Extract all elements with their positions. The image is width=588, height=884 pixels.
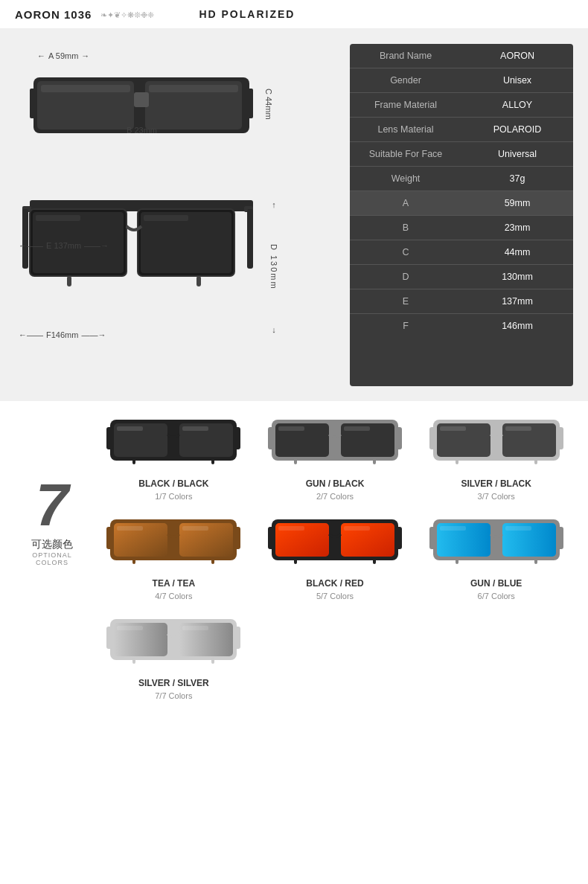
specs-section: ← A 59mm →: [0, 29, 588, 401]
svg-rect-57: [211, 558, 214, 564]
svg-rect-38: [294, 458, 297, 464]
svg-rect-45: [440, 426, 466, 431]
color-item[interactable]: GUN / BLUE 6/7 Colors: [419, 516, 573, 600]
specs-value: 59mm: [461, 191, 573, 215]
specs-row: D 130mm: [350, 265, 573, 289]
glasses-color-svg: [106, 516, 240, 575]
specs-value: AORON: [461, 44, 573, 68]
color-count: 4/7 Colors: [155, 592, 192, 600]
diagram-area: ← A 59mm →: [15, 44, 335, 386]
specs-row: Frame Material ALLOY: [350, 93, 573, 118]
specs-row: Lens Material POLAROID: [350, 118, 573, 142]
glasses-color-svg: [106, 615, 240, 675]
svg-rect-27: [117, 426, 143, 431]
colors-number: 7: [36, 475, 69, 535]
specs-label: Lens Material: [350, 118, 461, 141]
svg-rect-28: [182, 426, 208, 431]
specs-row: Weight 37g: [350, 167, 573, 191]
svg-rect-79: [106, 627, 112, 649]
dim-b-label: B 23mm: [127, 126, 157, 135]
specs-label: Gender: [350, 68, 461, 92]
specs-value: ALLOY: [461, 93, 573, 117]
svg-rect-82: [182, 626, 208, 630]
svg-rect-52: [106, 527, 112, 549]
specs-row: A 59mm: [350, 191, 573, 216]
specs-value: 23mm: [461, 216, 573, 240]
specs-value: POLAROID: [461, 118, 573, 141]
svg-rect-84: [211, 658, 214, 664]
color-count: 7/7 Colors: [155, 691, 192, 700]
svg-rect-35: [396, 427, 402, 449]
dim-d-label: ↑ D 130mm ↓: [269, 200, 278, 334]
specs-value: Unisex: [461, 68, 573, 92]
color-item[interactable]: TEA / TEA 4/7 Colors: [97, 516, 251, 600]
specs-label: D: [350, 265, 461, 289]
color-count: 3/7 Colors: [478, 492, 515, 501]
svg-rect-64: [344, 526, 370, 531]
color-count: 6/7 Colors: [478, 592, 515, 600]
svg-rect-8: [149, 85, 238, 92]
svg-rect-26: [234, 427, 240, 449]
svg-rect-34: [268, 427, 274, 449]
color-name: GUN / BLUE: [470, 578, 522, 589]
color-name: SILVER / BLACK: [461, 478, 531, 489]
specs-row: B 23mm: [350, 216, 573, 240]
specs-value: 44mm: [461, 240, 573, 264]
color-item[interactable]: GUN / BLACK 2/7 Colors: [258, 416, 412, 501]
specs-row: Suitable For Face Universal: [350, 142, 573, 167]
svg-rect-62: [396, 527, 402, 549]
specs-value: 130mm: [461, 265, 573, 289]
svg-rect-65: [294, 558, 297, 564]
svg-rect-17: [247, 209, 253, 269]
specs-label: Brand Name: [350, 44, 461, 68]
specs-value: 137mm: [461, 289, 573, 313]
glasses-color-svg: [429, 416, 563, 475]
header: AORON 1036 ❧✦❦✧❋❊❉❈ HD POLARIZED: [0, 0, 588, 29]
color-count: 5/7 Colors: [316, 592, 354, 600]
glasses-front-view: [22, 193, 261, 342]
svg-rect-25: [106, 427, 112, 449]
svg-rect-6: [246, 89, 253, 118]
svg-rect-18: [67, 276, 71, 286]
svg-rect-37: [344, 426, 370, 431]
svg-rect-39: [373, 458, 376, 464]
svg-rect-83: [132, 658, 135, 664]
svg-rect-71: [557, 527, 563, 549]
color-name: SILVER / SILVER: [138, 678, 209, 688]
specs-row: Brand Name AORON: [350, 44, 573, 68]
svg-rect-21: [144, 215, 188, 221]
color-name: BLACK / RED: [306, 578, 363, 589]
specs-label: B: [350, 216, 461, 240]
color-item[interactable]: SILVER / BLACK 3/7 Colors: [419, 416, 573, 501]
svg-rect-72: [440, 526, 466, 531]
color-count: 2/7 Colors: [316, 492, 354, 501]
color-item[interactable]: BLACK / RED 5/7 Colors: [258, 516, 412, 600]
svg-rect-30: [211, 458, 214, 464]
svg-rect-81: [117, 626, 143, 630]
specs-value: 146mm: [461, 314, 573, 338]
glasses-color-svg: [268, 416, 402, 475]
svg-rect-4: [134, 92, 149, 107]
color-count: 1/7 Colors: [155, 492, 192, 501]
svg-rect-61: [268, 527, 274, 549]
svg-rect-5: [30, 89, 37, 118]
color-item[interactable]: BLACK / BLACK 1/7 Colors: [97, 416, 251, 501]
specs-label: Weight: [350, 167, 461, 190]
specs-row: Gender Unisex: [350, 68, 573, 93]
specs-label: C: [350, 240, 461, 264]
glasses-top-view: [30, 66, 253, 156]
svg-rect-54: [117, 526, 143, 531]
dim-a-label: ← A 59mm →: [37, 51, 89, 60]
svg-rect-44: [557, 427, 563, 449]
svg-rect-20: [36, 215, 80, 221]
color-name: BLACK / BLACK: [138, 478, 208, 489]
svg-rect-7: [41, 85, 130, 92]
color-item[interactable]: SILVER / SILVER 7/7 Colors: [97, 615, 251, 700]
specs-label: Frame Material: [350, 93, 461, 117]
svg-rect-73: [505, 526, 531, 531]
svg-rect-47: [456, 458, 458, 464]
colors-label-en: OPTIONAL COLORS: [15, 551, 89, 566]
specs-row: C 44mm: [350, 240, 573, 265]
svg-rect-36: [278, 426, 304, 431]
brand-logo-icon: ❧✦❦✧❋❊❉❈: [100, 7, 190, 21]
